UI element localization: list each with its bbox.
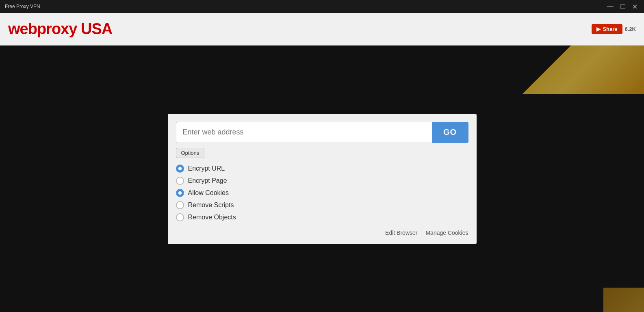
option-allow-cookies[interactable]: Allow Cookies — [176, 189, 468, 197]
label-remove-objects: Remove Objects — [188, 214, 236, 221]
option-encrypt-url[interactable]: Encrypt URL — [176, 165, 468, 173]
label-encrypt-page: Encrypt Page — [188, 177, 227, 184]
close-button[interactable]: ✕ — [631, 3, 639, 11]
options-toggle[interactable]: Options — [176, 148, 205, 158]
url-input[interactable] — [176, 122, 432, 143]
logo-text: webproxy — [8, 20, 81, 37]
manage-cookies-link[interactable]: Manage Cookies — [425, 230, 468, 236]
bottom-links: Edit Browser Manage Cookies — [176, 230, 468, 236]
radio-allow-cookies[interactable] — [176, 189, 184, 197]
label-encrypt-url: Encrypt URL — [188, 165, 225, 172]
share-button[interactable]: ▶ Share — [592, 24, 622, 34]
logo-accent: USA — [81, 20, 112, 37]
title-bar: Free Proxy VPN — ☐ ✕ — [0, 0, 644, 13]
minimize-button[interactable]: — — [605, 3, 615, 11]
share-area: ▶ Share 6.2K — [592, 24, 636, 34]
edit-browser-link[interactable]: Edit Browser — [385, 230, 417, 236]
proxy-card: GO Options Encrypt URL Encrypt Page Allo… — [168, 114, 477, 244]
search-row: GO — [176, 122, 468, 143]
options-area: Encrypt URL Encrypt Page Allow Cookies R… — [176, 163, 468, 223]
label-remove-scripts: Remove Scripts — [188, 202, 234, 209]
radio-encrypt-page[interactable] — [176, 177, 184, 185]
share-icon: ▶ — [596, 26, 601, 32]
option-remove-objects[interactable]: Remove Objects — [176, 213, 468, 221]
bg-decoration-bottom — [603, 288, 644, 312]
go-button[interactable]: GO — [432, 122, 468, 143]
header-bar: webproxy USA ▶ Share 6.2K — [0, 13, 644, 46]
radio-encrypt-url[interactable] — [176, 165, 184, 173]
label-allow-cookies: Allow Cookies — [188, 189, 229, 197]
app-title: Free Proxy VPN — [5, 4, 40, 9]
option-remove-scripts[interactable]: Remove Scripts — [176, 201, 468, 209]
main-area: GO Options Encrypt URL Encrypt Page Allo… — [0, 46, 644, 312]
bg-decoration — [522, 46, 644, 94]
maximize-button[interactable]: ☐ — [618, 3, 627, 11]
option-encrypt-page[interactable]: Encrypt Page — [176, 177, 468, 185]
radio-remove-objects[interactable] — [176, 213, 184, 221]
logo: webproxy USA — [8, 20, 112, 38]
share-label: Share — [603, 26, 617, 32]
share-count: 6.2K — [625, 26, 636, 32]
window-controls: — ☐ ✕ — [605, 3, 639, 11]
radio-remove-scripts[interactable] — [176, 201, 184, 209]
